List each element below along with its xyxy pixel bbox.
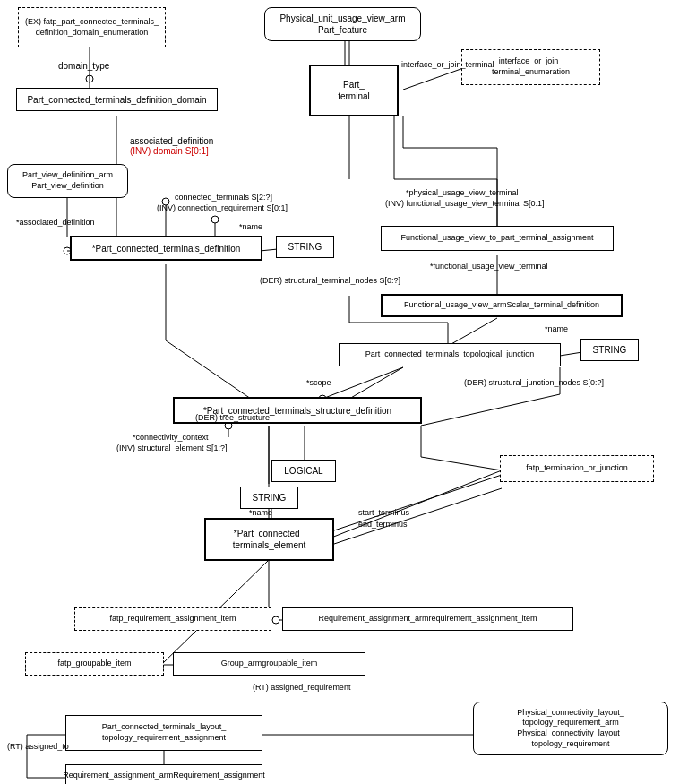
logical-box: LOGICAL <box>271 460 336 482</box>
label-inv-struct-elem: (INV) structural_element S[1:?] <box>116 444 228 452</box>
ex-fatp-box: (EX) fatp_part_connected_terminals_ defi… <box>18 7 166 47</box>
label-connected-terminals: connected_terminals S[2:?] <box>175 193 272 202</box>
label-der-struct-nodes: (DER) structural_terminal_nodes S[0:?] <box>260 276 400 285</box>
physical-unit-box: Physical_unit_usage_view_armPart_feature <box>264 7 421 41</box>
label-associated-def: associated_definition <box>130 136 213 146</box>
label-assigned-req: (RT) assigned_requirement <box>253 683 350 692</box>
label-start-terminus: start_terminus <box>358 508 409 517</box>
label-der-junc-nodes: (DER) structural_junction_nodes S[0:?] <box>464 378 604 387</box>
diagram-container: (EX) fatp_part_connected_terminals_ defi… <box>0 0 688 784</box>
svg-line-18 <box>166 340 251 399</box>
label-inv-conn-req: (INV) connection_requirement S[0:1] <box>157 203 288 212</box>
svg-line-55 <box>331 488 502 545</box>
functional-usage-arm-box: Functional_usage_view_armScalar_terminal… <box>381 294 623 317</box>
label-assoc-def: *associated_definition <box>16 218 95 227</box>
label-interface-join: interface_or_join_terminal <box>401 60 494 69</box>
svg-line-47 <box>421 394 560 426</box>
part-conn-layout-box: Part_connected_terminals_layout_topology… <box>65 715 262 751</box>
svg-line-19 <box>349 367 403 399</box>
svg-line-15 <box>450 318 497 345</box>
svg-line-54 <box>331 475 502 531</box>
part-conn-elem-box: *Part_connected_terminals_element <box>204 518 334 561</box>
label-name3: *name <box>249 508 272 517</box>
part-conn-def-domain-box: Part_connected_terminals_definition_doma… <box>16 88 218 111</box>
fatp-term-junc-box: fatp_termination_or_junction <box>500 455 654 482</box>
label-der-tree: (DER) tree_structure <box>195 413 270 422</box>
svg-line-44 <box>322 367 403 399</box>
req-assign-arm2-box: Requirement_assignment_armRequirement_as… <box>65 764 262 784</box>
physical-conn-layout-box: Physical_connectivity_layout_topology_re… <box>473 702 668 755</box>
group-arm-box: Group_armgroupable_item <box>173 652 366 676</box>
string-box-2: STRING <box>580 339 639 361</box>
svg-line-10 <box>260 249 278 251</box>
label-name1: *name <box>239 222 262 231</box>
label-phys-usage: *physical_usage_view_terminal <box>406 188 519 197</box>
svg-line-22 <box>421 457 502 470</box>
label-name2: *name <box>545 324 568 333</box>
label-assigned-to: (RT) assigned_to <box>7 742 69 751</box>
req-assign-arm-box: Requirement_assignment_armrequirement_as… <box>282 607 573 631</box>
svg-line-1 <box>403 67 466 90</box>
label-inv-domain: (INV) domain S[0:1] <box>130 146 209 156</box>
part-conn-topo-junc-box: Part_connected_terminals_topological_jun… <box>339 343 561 366</box>
functional-usage-box: Functional_usage_view_to_part_terminal_a… <box>381 226 614 251</box>
fatp-groupable-box: fatp_groupable_item <box>25 652 164 676</box>
string-box-3: STRING <box>240 487 298 509</box>
part-terminal-box: Part_terminal <box>309 65 399 116</box>
label-scope: *scope <box>306 378 331 387</box>
string-box-1: STRING <box>276 236 334 258</box>
svg-point-56 <box>272 616 280 624</box>
label-end-terminus: end_terminus <box>358 520 408 529</box>
svg-point-4 <box>86 75 93 82</box>
part-view-def-arm-box: Part_view_definition_armPart_view_defini… <box>7 164 128 198</box>
label-conn-context: *connectivity_context <box>133 433 209 442</box>
svg-line-16 <box>560 352 582 356</box>
label-inv-func-usage: (INV) functional_usage_view_terminal S[0… <box>385 199 545 208</box>
label-func-usage-terminal: *functional_usage_view_terminal <box>430 262 548 271</box>
part-conn-def-box: *Part_connected_terminals_definition <box>70 236 262 261</box>
label-domain-type: domain_type <box>58 61 109 71</box>
fatp-req-assign-box: fatp_requirement_assignment_item <box>74 607 271 631</box>
svg-line-29 <box>331 470 502 538</box>
svg-point-41 <box>211 216 219 223</box>
